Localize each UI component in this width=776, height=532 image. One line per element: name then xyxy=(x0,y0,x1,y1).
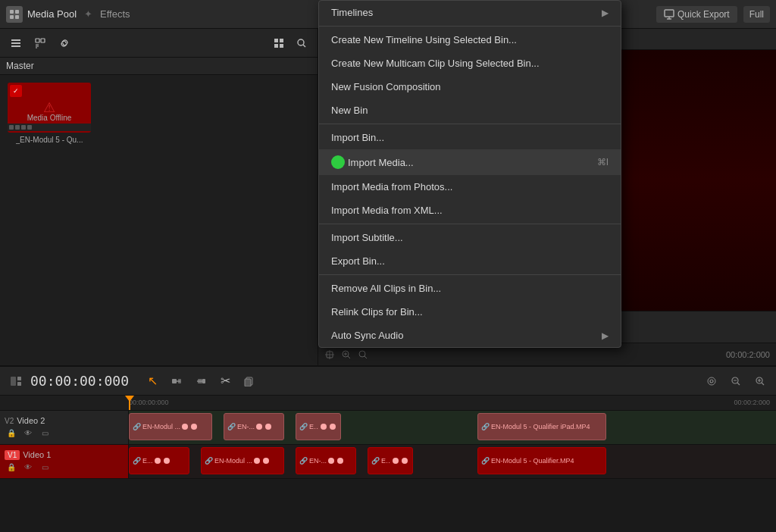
menu-item-import-media-photos[interactable]: Import Media from Photos... xyxy=(319,175,621,199)
playhead-triangle xyxy=(125,396,134,402)
clip-label: E... xyxy=(142,457,153,465)
menu-item-import-subtitle[interactable]: Import Subtitle... xyxy=(319,226,621,249)
list-view-button[interactable] xyxy=(6,34,26,52)
menu-item-label: Import Subtitle... xyxy=(331,232,403,243)
clip-handle-right xyxy=(263,458,269,464)
menu-item-import-bin[interactable]: Import Bin... xyxy=(319,126,621,149)
clip-label: EN-Modul ... xyxy=(142,423,180,430)
clip-handle-right xyxy=(164,458,170,464)
grid-view-button[interactable] xyxy=(269,34,289,52)
menu-item-import-media-xml[interactable]: Import Media from XML... xyxy=(319,199,621,222)
trim-in-tool-button[interactable] xyxy=(167,372,186,390)
menu-item-auto-sync[interactable]: Auto Sync Audio▶ xyxy=(319,324,621,347)
zoom-out-button[interactable] xyxy=(726,372,746,390)
track-row-v1: V1 Video 1 🔒 👁 ▭ 🔗 E... 🔗 xyxy=(0,445,776,479)
cursor-dot xyxy=(331,155,345,169)
svg-point-27 xyxy=(710,380,713,383)
clip[interactable]: 🔗 EN-... xyxy=(224,413,284,440)
master-label: Master xyxy=(0,58,318,75)
track-header-v2: V2 Video 2 🔒 👁 ▭ xyxy=(0,411,129,444)
clip-label: EN-... xyxy=(309,457,327,465)
timeline-settings-button[interactable] xyxy=(702,372,721,390)
thumb-content: ⚠ Media Offline xyxy=(43,99,55,116)
track-header-v1: V1 Video 1 🔒 👁 ▭ xyxy=(0,445,129,478)
track-v1-monitor[interactable]: ▭ xyxy=(38,462,52,474)
track-v2-eye[interactable]: 👁 xyxy=(21,427,35,439)
svg-rect-7 xyxy=(11,45,20,47)
media-thumbnail[interactable]: ✓ ⚠ Media Offline _EN-Modul 5 - Qu... xyxy=(8,83,91,144)
quick-export-button[interactable]: Quick Export xyxy=(656,6,737,23)
media-grid: ✓ ⚠ Media Offline _EN-Modul 5 - Qu... xyxy=(0,75,318,365)
clip-label: EN-Modul 5 - Qualifier iPad.MP4 xyxy=(491,423,590,430)
clip-view-button[interactable] xyxy=(30,34,50,52)
clip[interactable]: 🔗 E... xyxy=(368,447,413,474)
svg-rect-6 xyxy=(11,42,20,44)
clip[interactable]: 🔗 EN-Modul 5 - Qualifier.MP4 xyxy=(477,447,606,474)
paste-tool-button[interactable] xyxy=(239,372,259,390)
menu-item-remove-all-clips[interactable]: Remove All Clips in Bin... xyxy=(319,277,621,300)
svg-rect-9 xyxy=(41,39,45,42)
film-dot xyxy=(27,125,32,130)
menu-item-shortcut: ⌘I xyxy=(597,157,609,167)
clip[interactable]: 🔗 E... xyxy=(296,413,341,440)
track-v2-monitor[interactable]: ▭ xyxy=(38,427,52,439)
zoom-in-icon xyxy=(341,349,352,360)
menu-item-arrow: ▶ xyxy=(602,8,609,18)
thumb-offline-text: Media Offline xyxy=(27,114,72,122)
svg-rect-18 xyxy=(11,377,16,386)
svg-rect-19 xyxy=(17,377,21,380)
track-v1-eye[interactable]: 👁 xyxy=(21,462,35,474)
menu-item-label: Auto Sync Audio xyxy=(331,330,403,341)
timeline-thumb-button[interactable] xyxy=(6,372,26,390)
menu-item-export-bin[interactable]: Export Bin... xyxy=(319,249,621,273)
menu-item-label: Export Bin... xyxy=(331,255,385,267)
menu-item-label: Import Bin... xyxy=(331,132,384,143)
clip-link-icon: 🔗 xyxy=(133,423,141,430)
timeline-tracks: V2 Video 2 🔒 👁 ▭ 🔗 EN-Modul ... 🔗 xyxy=(0,411,776,532)
clip[interactable]: 🔗 EN-Modul 5 - Qualifier iPad.MP4 xyxy=(477,413,606,440)
clip-handle-right xyxy=(265,424,271,430)
clip-handle-left xyxy=(321,424,327,430)
zoom-in-button[interactable] xyxy=(750,372,770,390)
track-v1-name: Video 1 xyxy=(23,450,51,459)
track-v1-clips: 🔗 E... 🔗 EN-Modul ... 🔗 EN-... xyxy=(129,445,776,478)
clip[interactable]: 🔗 EN-... xyxy=(296,447,356,474)
menu-item-timelines[interactable]: Timelines▶ xyxy=(319,1,621,24)
track-v1-lock[interactable]: 🔒 xyxy=(5,462,18,474)
menu-item-new-fusion[interactable]: New Fusion Composition xyxy=(319,75,621,99)
menu-item-label: Remove All Clips in Bin... xyxy=(331,283,441,294)
clip[interactable]: 🔗 E... xyxy=(129,447,189,474)
thumb-checkmark: ✓ xyxy=(10,85,22,97)
clip-handle-right xyxy=(337,458,343,464)
search-button[interactable] xyxy=(292,34,311,52)
clip[interactable]: 🔗 EN-Modul ... xyxy=(201,447,284,474)
menu-item-relink-clips[interactable]: Relink Clips for Bin... xyxy=(319,300,621,324)
full-button[interactable]: Full xyxy=(743,6,770,23)
menu-item-create-multicam[interactable]: Create New Multicam Clip Using Selected … xyxy=(319,52,621,75)
cut-tool-button[interactable]: ✂ xyxy=(215,372,235,390)
ruler-timecode: 00:00:00:000 xyxy=(129,399,169,406)
menu-item-label: Import Media from Photos... xyxy=(331,181,452,192)
trim-out-tool-button[interactable] xyxy=(191,372,211,390)
media-toolbar xyxy=(0,29,318,58)
ruler-end-timecode: 00:00:2:000 xyxy=(734,399,770,406)
menu-item-create-new-timeline[interactable]: Create New Timeline Using Selected Bin..… xyxy=(319,28,621,52)
svg-rect-5 xyxy=(11,39,20,41)
clip[interactable]: 🔗 EN-Modul ... xyxy=(129,413,212,440)
svg-rect-13 xyxy=(280,44,283,48)
menu-item-new-bin[interactable]: New Bin xyxy=(319,99,621,122)
clip-handle-right xyxy=(330,424,336,430)
media-panel: Master ✓ ⚠ Media Offline _EN-Mod xyxy=(0,29,318,365)
menu-item-import-media[interactable]: Import Media... ⌘I xyxy=(319,149,621,175)
link-button[interactable] xyxy=(55,34,74,52)
svg-rect-12 xyxy=(274,44,278,48)
menu-item-arrow: ▶ xyxy=(602,330,609,341)
clip-handle-left xyxy=(256,424,262,430)
full-label: Full xyxy=(749,9,764,20)
menu-separator xyxy=(319,124,621,124)
clip-link-icon: 🔗 xyxy=(299,423,308,430)
clip-link-icon: 🔗 xyxy=(371,457,380,465)
track-v2-lock[interactable]: 🔒 xyxy=(5,427,18,439)
media-pool-label: Media Pool xyxy=(27,8,77,20)
select-tool-button[interactable]: ↖ xyxy=(142,372,162,390)
